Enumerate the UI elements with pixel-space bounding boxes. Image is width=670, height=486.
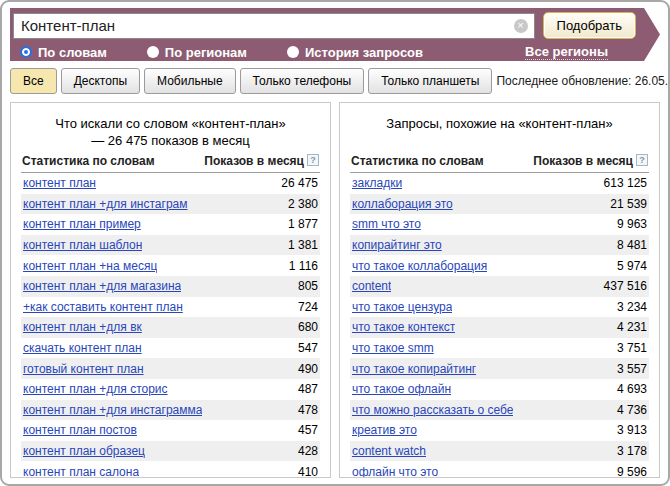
tab-tablets-only[interactable]: Только планшеты — [368, 68, 492, 94]
submit-button[interactable]: Подобрать — [543, 12, 636, 39]
keyword-table: закладки 613 125 коллаборация это 21 539… — [350, 173, 649, 477]
left-panel-searched-with-word: Что искали со словом «контент-план» — 26… — [10, 102, 331, 478]
wordstat-page: × Подобрать По словам По регионам Истори… — [0, 0, 670, 486]
search-banner: × Подобрать По словам По регионам Истори… — [10, 8, 660, 61]
shows-value: 3 751 — [609, 341, 647, 355]
table-row: что такое офлайн 4 693 — [350, 379, 649, 400]
shows-value: 8 481 — [609, 238, 647, 252]
table-row: контент план +для инстаграм 2 380 — [21, 194, 320, 215]
shows-value: 3 178 — [609, 444, 647, 458]
table-row: готовый контент план 490 — [21, 358, 320, 379]
help-icon[interactable]: ? — [307, 154, 319, 166]
keyword-link[interactable]: что можно рассказать о себе — [352, 403, 513, 417]
shows-value: 724 — [290, 300, 318, 314]
keyword-link[interactable]: +как составить контент план — [23, 300, 183, 314]
table-row: что такое коллаборация 5 974 — [350, 255, 649, 276]
keyword-link[interactable]: контент план — [23, 176, 96, 190]
clear-icon[interactable]: × — [514, 19, 528, 33]
keyword-link[interactable]: креатив это — [352, 423, 417, 437]
table-row: контент план +на месяц 1 116 — [21, 255, 320, 276]
results-area: Что искали со словом «контент-план» — 26… — [10, 102, 660, 478]
radio-by-regions[interactable]: По регионам — [147, 45, 247, 60]
shows-value: 457 — [290, 423, 318, 437]
shows-value: 4 231 — [609, 320, 647, 334]
keyword-link[interactable]: контент план образец — [23, 444, 145, 458]
radio-label: По словам — [38, 45, 107, 60]
shows-value: 3 234 — [609, 300, 647, 314]
tab-mobile[interactable]: Мобильные — [144, 68, 236, 94]
keyword-link[interactable]: копирайтинг это — [352, 238, 442, 252]
keyword-link[interactable]: что такое копирайтинг — [352, 362, 476, 376]
table-row: контент план 26 475 — [21, 173, 320, 194]
table-row: креатив это 3 913 — [350, 420, 649, 441]
keyword-link[interactable]: контент план +для инстаграмма — [23, 403, 202, 417]
keyword-link[interactable]: контент план +для сторис — [23, 382, 168, 396]
table-row: что такое контекст 4 231 — [350, 317, 649, 338]
keyword-link[interactable]: контент план +для магазина — [23, 279, 181, 293]
keyword-link[interactable]: скачать контент план — [23, 341, 142, 355]
keyword-link[interactable]: контент план пример — [23, 217, 141, 231]
shows-value: 21 539 — [602, 197, 647, 211]
shows-value: 410 — [290, 465, 318, 477]
keyword-link[interactable]: что такое офлайн — [352, 382, 451, 396]
keyword-link[interactable]: контент план салона — [23, 465, 139, 477]
last-update-text: Последнее обновление: 26.05.2022 — [496, 74, 670, 88]
keyword-link[interactable]: офлайн что это — [352, 465, 438, 477]
table-row: скачать контент план 547 — [21, 338, 320, 359]
keyword-link[interactable]: smm что это — [352, 217, 421, 231]
shows-value: 4 736 — [609, 403, 647, 417]
help-icon[interactable]: ? — [636, 154, 648, 166]
keyword-link[interactable]: контент план +на месяц — [23, 259, 157, 273]
all-regions-link[interactable]: Все регионы — [525, 44, 608, 60]
keyword-table: контент план 26 475 контент план +для ин… — [21, 173, 320, 477]
keyword-link[interactable]: контент план постов — [23, 423, 137, 437]
tab-all[interactable]: Все — [10, 68, 57, 94]
keyword-link[interactable]: контент план +для вк — [23, 320, 142, 334]
shows-label-text: Показов в месяц — [204, 154, 304, 168]
shows-value: 805 — [290, 279, 318, 293]
search-mode-row: По словам По регионам История запросов В… — [13, 44, 636, 60]
table-row: коллаборация это 21 539 — [350, 194, 649, 215]
shows-value: 1 381 — [280, 238, 318, 252]
shows-value: 3 913 — [609, 423, 647, 437]
table-row: content 437 516 — [350, 276, 649, 297]
radio-query-history[interactable]: История запросов — [287, 45, 423, 60]
shows-value: 3 557 — [609, 362, 647, 376]
table-row: контент план +для вк 680 — [21, 317, 320, 338]
table-header: Статистика по словам Показов в месяц? — [21, 151, 320, 173]
shows-value: 1 877 — [280, 217, 318, 231]
shows-value: 437 516 — [596, 279, 647, 293]
keyword-link[interactable]: что такое коллаборация — [352, 259, 487, 273]
panel-title: Что искали со словом «контент-план» — 26… — [21, 103, 320, 151]
table-row: контент план образец 428 — [21, 441, 320, 462]
table-row: контент план шаблон 1 381 — [21, 235, 320, 256]
keyword-link[interactable]: контент план +для инстаграм — [23, 197, 188, 211]
keyword-link[interactable]: готовый контент план — [23, 362, 144, 376]
radio-by-words[interactable]: По словам — [20, 45, 107, 60]
shows-value: 26 475 — [273, 176, 318, 190]
shows-value: 478 — [290, 403, 318, 417]
keyword-link[interactable]: что такое цензура — [352, 300, 452, 314]
shows-value: 9 963 — [609, 217, 647, 231]
shows-value: 428 — [290, 444, 318, 458]
table-row: что такое цензура 3 234 — [350, 297, 649, 318]
keyword-link[interactable]: закладки — [352, 176, 402, 190]
tab-desktops[interactable]: Десктопы — [61, 68, 140, 94]
right-panel-similar-queries: Запросы, похожие на «контент-план» Стати… — [339, 102, 660, 478]
search-input[interactable] — [13, 13, 535, 39]
keyword-link[interactable]: что такое контекст — [352, 320, 455, 334]
radio-label: История запросов — [305, 45, 423, 60]
column-keyword-label: Статистика по словам — [351, 154, 484, 168]
keyword-link[interactable]: content watch — [352, 444, 426, 458]
keyword-link[interactable]: что такое smm — [352, 341, 434, 355]
device-tabs: Все Десктопы Мобильные Только телефоны Т… — [10, 68, 660, 94]
tab-phones-only[interactable]: Только телефоны — [240, 68, 365, 94]
keyword-link[interactable]: коллаборация это — [352, 197, 453, 211]
keyword-link[interactable]: content — [352, 279, 391, 293]
shows-label-text: Показов в месяц — [533, 154, 633, 168]
shows-value: 9 596 — [609, 465, 647, 477]
shows-value: 680 — [290, 320, 318, 334]
keyword-link[interactable]: контент план шаблон — [23, 238, 142, 252]
shows-value: 4 693 — [609, 382, 647, 396]
table-header: Статистика по словам Показов в месяц? — [350, 151, 649, 173]
